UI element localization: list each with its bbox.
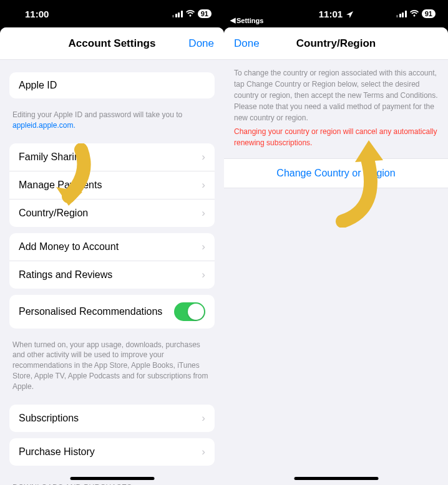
- nav-header: Done Country/Region: [224, 27, 448, 60]
- personalised-recs-row: Personalised Recommendations: [9, 295, 215, 329]
- row-label: Apple ID: [19, 80, 57, 91]
- wifi-icon: [185, 10, 195, 17]
- wifi-icon: [409, 10, 419, 17]
- page-title: Country/Region: [296, 37, 376, 50]
- chevron-right-icon: ›: [202, 412, 205, 425]
- done-button[interactable]: Done: [188, 37, 214, 50]
- chevron-left-icon: ◀: [230, 16, 235, 24]
- status-bar: 11:01 ◀ Settings 91: [224, 0, 448, 27]
- status-bar: 11:00 91: [0, 0, 224, 27]
- country-region-row[interactable]: Country/Region ›: [9, 199, 215, 227]
- apple-id-footer: Editing your Apple ID and password will …: [0, 105, 224, 131]
- location-icon: [346, 11, 353, 18]
- page-title: Account Settings: [69, 37, 156, 50]
- home-indicator[interactable]: [294, 477, 378, 480]
- battery-icon: 91: [198, 9, 212, 18]
- nav-header: Account Settings Done: [0, 27, 224, 60]
- info-text: To change the country or region associat…: [224, 60, 448, 126]
- manage-payments-row[interactable]: Manage Payments ›: [9, 171, 215, 199]
- subscriptions-row[interactable]: Subscriptions ›: [9, 405, 215, 432]
- appleid-link[interactable]: appleid.apple.com.: [12, 121, 75, 130]
- signal-icon: [172, 11, 183, 17]
- phone-left-account-settings: 11:00 91 Account Settings Done Apple ID …: [0, 0, 224, 485]
- status-time: 11:00: [25, 9, 49, 19]
- purchase-history-row[interactable]: Purchase History ›: [9, 438, 215, 466]
- recs-toggle[interactable]: [174, 302, 205, 321]
- apple-id-row[interactable]: Apple ID: [9, 72, 215, 98]
- chevron-right-icon: ›: [202, 151, 205, 163]
- chevron-right-icon: ›: [202, 179, 205, 191]
- ratings-reviews-row[interactable]: Ratings and Reviews ›: [9, 261, 215, 289]
- warning-text: Changing your country or region will can…: [224, 126, 448, 151]
- chevron-right-icon: ›: [202, 241, 205, 253]
- home-indicator[interactable]: [70, 477, 154, 480]
- phone-right-country-region: 11:01 ◀ Settings 91 Done Country/Region …: [224, 0, 448, 485]
- battery-icon: 91: [422, 9, 436, 18]
- back-to-settings[interactable]: ◀ Settings: [230, 16, 263, 24]
- chevron-right-icon: ›: [202, 269, 205, 281]
- add-money-row[interactable]: Add Money to Account ›: [9, 233, 215, 261]
- family-sharing-row[interactable]: Family Sharing ›: [9, 143, 215, 171]
- signal-icon: [396, 11, 407, 17]
- chevron-right-icon: ›: [202, 446, 205, 458]
- done-button[interactable]: Done: [234, 37, 260, 50]
- chevron-right-icon: ›: [202, 207, 205, 219]
- change-country-button[interactable]: Change Country or Region: [224, 158, 448, 188]
- recs-footer: When turned on, your app usage, download…: [0, 335, 224, 392]
